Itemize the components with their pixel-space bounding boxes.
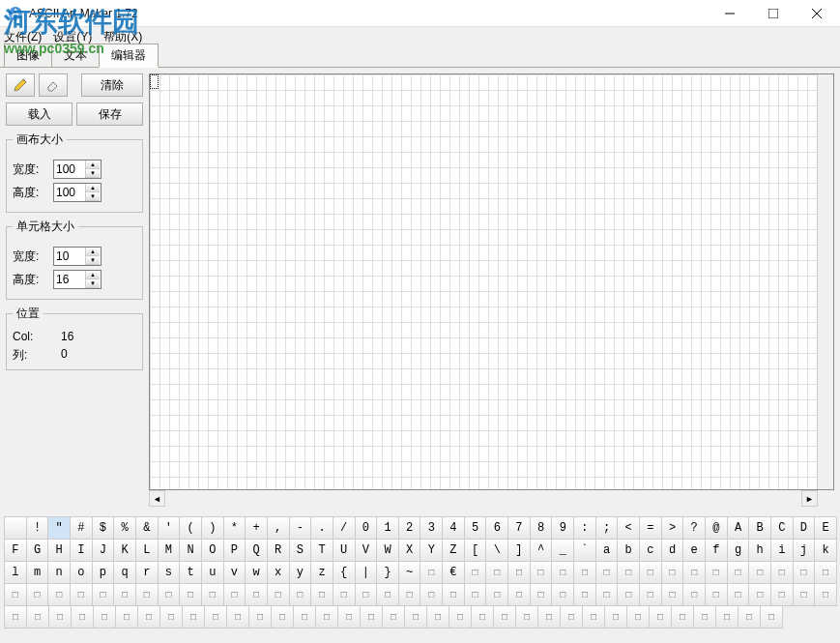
palette-char[interactable]: w	[245, 561, 268, 584]
palette-char[interactable]	[360, 605, 383, 628]
palette-char[interactable]: 4	[442, 516, 465, 540]
palette-char[interactable]: h	[748, 539, 771, 562]
palette-char[interactable]	[639, 561, 662, 584]
spin-up-icon[interactable]: ▲	[86, 248, 100, 256]
palette-char[interactable]	[715, 605, 739, 628]
palette-char[interactable]	[449, 605, 472, 628]
spin-down-icon[interactable]: ▼	[86, 256, 100, 265]
palette-char[interactable]	[315, 605, 338, 628]
palette-char[interactable]	[4, 583, 27, 606]
palette-char[interactable]: (	[179, 516, 202, 540]
palette-char[interactable]	[310, 583, 333, 606]
palette-char[interactable]	[617, 561, 640, 584]
palette-char[interactable]	[271, 605, 294, 628]
palette-char[interactable]	[530, 561, 553, 584]
palette-char[interactable]: N	[179, 539, 202, 562]
palette-char[interactable]	[92, 583, 115, 606]
palette-char[interactable]: '	[158, 516, 181, 540]
palette-char[interactable]	[604, 605, 627, 628]
palette-char[interactable]	[245, 583, 268, 606]
palette-char[interactable]: D	[793, 516, 816, 540]
palette-char[interactable]: $	[92, 516, 115, 540]
spin-up-icon[interactable]: ▲	[86, 161, 100, 169]
cell-height-spinner[interactable]: ▲▼	[53, 270, 101, 289]
editor-canvas[interactable]	[149, 73, 834, 490]
palette-char[interactable]	[179, 583, 202, 606]
palette-char[interactable]	[493, 605, 516, 628]
palette-char[interactable]	[376, 583, 399, 606]
palette-char[interactable]	[420, 583, 443, 606]
palette-char[interactable]	[560, 605, 583, 628]
palette-char[interactable]: c	[639, 539, 662, 562]
palette-char[interactable]: 8	[530, 516, 553, 540]
palette-char[interactable]: l	[4, 561, 27, 584]
palette-char[interactable]	[201, 583, 224, 606]
palette-char[interactable]: 3	[420, 516, 443, 540]
palette-char[interactable]: B	[748, 516, 771, 540]
palette-char[interactable]	[267, 583, 290, 606]
palette-char[interactable]	[47, 583, 71, 606]
palette-char[interactable]: Q	[245, 539, 268, 562]
eraser-tool-button[interactable]	[39, 73, 68, 97]
palette-char[interactable]: e	[682, 539, 706, 562]
palette-char[interactable]: b	[617, 539, 640, 562]
palette-char[interactable]: {	[333, 561, 356, 584]
spin-up-icon[interactable]: ▲	[86, 184, 100, 192]
palette-char[interactable]: 7	[507, 516, 531, 540]
palette-char[interactable]	[398, 583, 421, 606]
palette-char[interactable]: o	[70, 561, 93, 584]
palette-char[interactable]	[135, 583, 159, 606]
palette-char[interactable]	[355, 583, 378, 606]
palette-char[interactable]	[693, 605, 716, 628]
palette-char[interactable]	[814, 583, 837, 606]
palette-char[interactable]	[26, 583, 49, 606]
palette-char[interactable]	[682, 583, 706, 606]
palette-char[interactable]	[182, 605, 205, 628]
pencil-tool-button[interactable]	[6, 73, 35, 97]
palette-char[interactable]	[26, 605, 49, 628]
canvas-width-input[interactable]	[54, 162, 85, 176]
menu-settings[interactable]: 设置(Y)	[53, 29, 92, 45]
palette-char[interactable]: 9	[551, 516, 574, 540]
palette-char[interactable]: r	[135, 561, 159, 584]
palette-char[interactable]: m	[26, 561, 49, 584]
palette-char[interactable]: y	[289, 561, 312, 584]
palette-char[interactable]	[793, 583, 816, 606]
palette-char[interactable]: f	[705, 539, 728, 562]
palette-char[interactable]: S	[289, 539, 312, 562]
palette-char[interactable]	[442, 583, 465, 606]
palette-char[interactable]	[671, 605, 694, 628]
palette-char[interactable]	[507, 583, 531, 606]
palette-char[interactable]: I	[70, 539, 93, 562]
palette-char[interactable]: )	[201, 516, 224, 540]
palette-char[interactable]: -	[289, 516, 312, 540]
palette-char[interactable]	[248, 605, 272, 628]
palette-char[interactable]	[705, 561, 728, 584]
palette-char[interactable]: G	[26, 539, 49, 562]
palette-char[interactable]: 1	[376, 516, 399, 540]
palette-char[interactable]	[426, 605, 449, 628]
palette-char[interactable]: \	[485, 539, 508, 562]
palette-char[interactable]: j	[793, 539, 816, 562]
palette-char[interactable]: 0	[355, 516, 378, 540]
palette-char[interactable]: &	[135, 516, 159, 540]
palette-char[interactable]	[159, 605, 183, 628]
palette-char[interactable]	[382, 605, 405, 628]
palette-char[interactable]	[289, 583, 312, 606]
palette-char[interactable]	[4, 605, 27, 628]
palette-char[interactable]: _	[551, 539, 574, 562]
tab-text[interactable]: 文本	[51, 44, 100, 67]
palette-char[interactable]	[507, 561, 531, 584]
palette-char[interactable]: !	[26, 516, 49, 540]
palette-char[interactable]	[727, 561, 750, 584]
clear-button[interactable]: 清除	[81, 73, 143, 97]
palette-char[interactable]	[485, 561, 508, 584]
scroll-track[interactable]	[165, 490, 801, 507]
palette-char[interactable]	[337, 605, 361, 628]
palette-char[interactable]	[551, 583, 574, 606]
vertical-scrollbar[interactable]	[817, 74, 833, 489]
save-button[interactable]: 保存	[76, 102, 143, 126]
palette-char[interactable]: K	[113, 539, 136, 562]
palette-char[interactable]	[530, 583, 553, 606]
palette-char[interactable]	[137, 605, 160, 628]
